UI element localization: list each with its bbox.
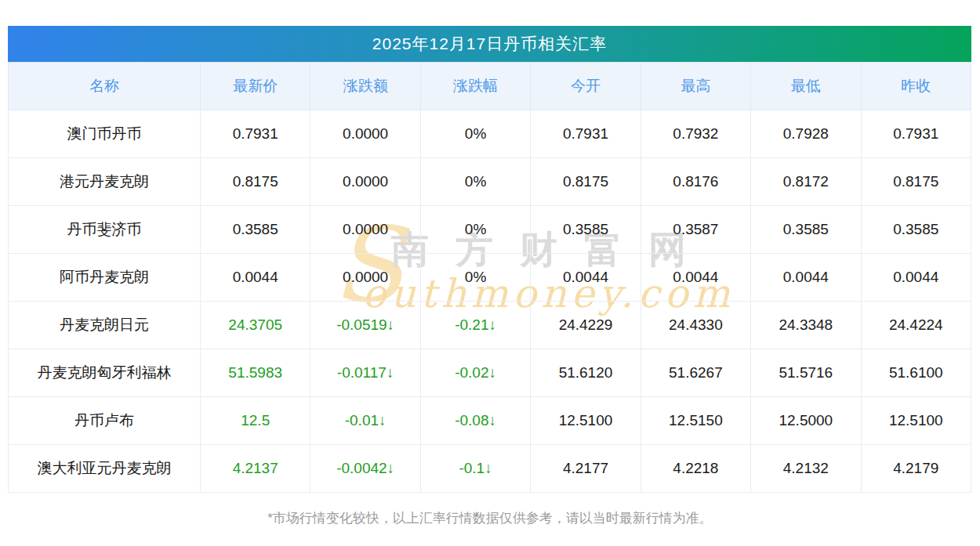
cell-high: 0.3587 [641, 206, 750, 254]
cell-low: 4.2132 [751, 445, 861, 493]
cell-latest: 0.3585 [201, 206, 310, 254]
cell-high: 0.8176 [641, 158, 750, 206]
table-row: 阿币丹麦克朗0.00440.00000%0.00440.00440.00440.… [9, 254, 971, 302]
page-title: 2025年12月17日丹币相关汇率 [372, 33, 607, 55]
cell-name: 丹麦克朗日元 [9, 302, 201, 349]
table-row: 澳门币丹币0.79310.00000%0.79310.79320.79280.7… [9, 110, 971, 158]
cell-high: 4.2218 [641, 445, 750, 493]
cell-high: 0.7932 [641, 110, 750, 158]
cell-change_pct: 0% [420, 110, 530, 158]
cell-prev_close: 51.6100 [861, 349, 971, 397]
cell-name: 阿币丹麦克朗 [9, 254, 201, 302]
cell-low: 0.3585 [751, 206, 861, 254]
cell-change_pct: -0.21↓ [420, 302, 530, 349]
cell-open: 12.5100 [531, 397, 641, 445]
table-row: 丹币斐济币0.35850.00000%0.35850.35870.35850.3… [9, 206, 971, 254]
cell-change_pct: 0% [420, 158, 530, 206]
cell-change: 0.0000 [310, 254, 420, 302]
cell-latest: 24.3705 [201, 302, 310, 349]
cell-prev_close: 0.8175 [861, 158, 971, 206]
column-header-high: 最高 [641, 63, 750, 110]
cell-high: 12.5150 [641, 397, 750, 445]
cell-name: 丹麦克朗匈牙利福林 [9, 349, 201, 397]
title-bar: 2025年12月17日丹币相关汇率 [8, 26, 971, 62]
column-header-prev_close: 昨收 [861, 63, 971, 110]
cell-change: 0.0000 [310, 158, 420, 206]
cell-change_pct: -0.02↓ [420, 349, 530, 397]
column-header-name: 名称 [9, 63, 201, 110]
cell-open: 4.2177 [531, 445, 641, 493]
cell-latest: 12.5 [201, 397, 310, 445]
column-header-open: 今开 [531, 63, 641, 110]
cell-name: 丹币斐济币 [9, 206, 201, 254]
table-row: 丹麦克朗日元24.3705-0.0519↓-0.21↓24.422924.433… [9, 302, 971, 349]
cell-low: 12.5000 [751, 397, 861, 445]
disclaimer-note: *市场行情变化较快，以上汇率行情数据仅供参考，请以当时最新行情为准。 [0, 509, 980, 527]
cell-change: -0.0042↓ [310, 445, 420, 493]
column-header-low: 最低 [751, 63, 861, 110]
cell-open: 51.6120 [531, 349, 641, 397]
column-header-latest: 最新价 [201, 63, 310, 110]
cell-name: 澳门币丹币 [9, 110, 201, 158]
cell-open: 24.4229 [531, 302, 641, 349]
cell-open: 0.8175 [531, 158, 641, 206]
cell-open: 0.0044 [531, 254, 641, 302]
column-header-change_pct: 涨跌幅 [420, 63, 530, 110]
cell-high: 51.6267 [641, 349, 750, 397]
cell-name: 港元丹麦克朗 [9, 158, 201, 206]
table-row: 丹麦克朗匈牙利福林51.5983-0.0117↓-0.02↓51.612051.… [9, 349, 971, 397]
cell-low: 24.3348 [751, 302, 861, 349]
cell-low: 0.8172 [751, 158, 861, 206]
cell-prev_close: 24.4224 [861, 302, 971, 349]
page: 2025年12月17日丹币相关汇率 S 南方财富网 outhmoney.com … [0, 0, 980, 546]
cell-low: 0.0044 [751, 254, 861, 302]
cell-high: 0.0044 [641, 254, 750, 302]
cell-change: -0.0519↓ [310, 302, 420, 349]
table-row: 澳大利亚元丹麦克朗4.2137-0.0042↓-0.1↓4.21774.2218… [9, 445, 971, 493]
cell-low: 0.7928 [751, 110, 861, 158]
cell-prev_close: 0.7931 [861, 110, 971, 158]
cell-prev_close: 0.0044 [861, 254, 971, 302]
cell-open: 0.3585 [531, 206, 641, 254]
column-header-change: 涨跌额 [310, 63, 420, 110]
cell-open: 0.7931 [531, 110, 641, 158]
cell-latest: 0.8175 [201, 158, 310, 206]
cell-prev_close: 12.5100 [861, 397, 971, 445]
cell-change: -0.01↓ [310, 397, 420, 445]
cell-change_pct: -0.08↓ [420, 397, 530, 445]
cell-change_pct: 0% [420, 206, 530, 254]
cell-low: 51.5716 [751, 349, 861, 397]
cell-change: 0.0000 [310, 110, 420, 158]
cell-latest: 0.0044 [201, 254, 310, 302]
exchange-rate-table: 名称最新价涨跌额涨跌幅今开最高最低昨收 澳门币丹币0.79310.00000%0… [8, 62, 971, 493]
cell-high: 24.4330 [641, 302, 750, 349]
cell-prev_close: 0.3585 [861, 206, 971, 254]
cell-change_pct: -0.1↓ [420, 445, 530, 493]
cell-latest: 4.2137 [201, 445, 310, 493]
table-row: 港元丹麦克朗0.81750.00000%0.81750.81760.81720.… [9, 158, 971, 206]
table-row: 丹币卢布12.5-0.01↓-0.08↓12.510012.515012.500… [9, 397, 971, 445]
table-header-row: 名称最新价涨跌额涨跌幅今开最高最低昨收 [9, 63, 971, 110]
cell-change: -0.0117↓ [310, 349, 420, 397]
cell-prev_close: 4.2179 [861, 445, 971, 493]
cell-latest: 0.7931 [201, 110, 310, 158]
cell-name: 澳大利亚元丹麦克朗 [9, 445, 201, 493]
cell-change: 0.0000 [310, 206, 420, 254]
cell-name: 丹币卢布 [9, 397, 201, 445]
cell-change_pct: 0% [420, 254, 530, 302]
cell-latest: 51.5983 [201, 349, 310, 397]
